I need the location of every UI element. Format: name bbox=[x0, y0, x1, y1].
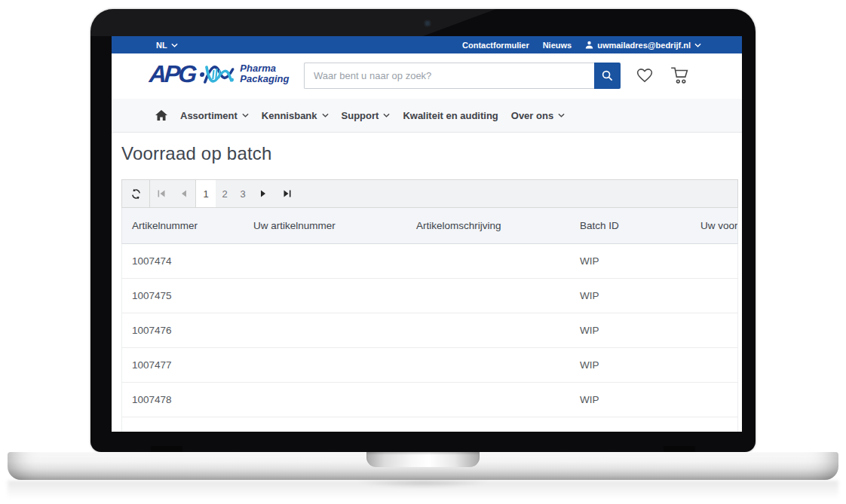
table-row[interactable]: 1007477 WIP bbox=[121, 348, 738, 383]
search-button[interactable] bbox=[594, 63, 621, 89]
last-page-icon bbox=[283, 189, 292, 198]
previous-page-icon bbox=[179, 189, 189, 198]
pagination-toolbar: 1 2 3 bbox=[121, 179, 738, 208]
wishlist-button[interactable] bbox=[635, 66, 654, 87]
next-page-button[interactable] bbox=[252, 180, 274, 207]
chevron-down-icon bbox=[558, 113, 565, 118]
table-row[interactable]: 1007476 WIP bbox=[121, 313, 738, 348]
cell-batch-id: WIP bbox=[570, 255, 691, 267]
bezel-reflection bbox=[90, 9, 756, 36]
heart-icon bbox=[635, 66, 654, 84]
search-input[interactable] bbox=[304, 63, 594, 89]
topbar-links: Contactformulier Nieuws uwmailadres@bedr… bbox=[462, 41, 701, 50]
cell-batch-id: WIP bbox=[570, 325, 691, 336]
previous-page-button[interactable] bbox=[173, 180, 195, 207]
brand-tagline-bottom: Packaging bbox=[240, 74, 289, 84]
chevron-down-icon bbox=[383, 113, 390, 118]
site-header: APG Pharma Packaging bbox=[112, 53, 742, 99]
user-icon bbox=[585, 41, 593, 49]
chevron-down-icon bbox=[322, 113, 329, 118]
refresh-button[interactable] bbox=[122, 180, 149, 207]
page-button-2[interactable]: 2 bbox=[216, 180, 234, 207]
nav-item-assortiment[interactable]: Assortiment bbox=[180, 110, 249, 121]
table-row-partial bbox=[121, 417, 738, 432]
home-icon bbox=[155, 110, 167, 121]
search-box bbox=[304, 63, 621, 89]
nav-label: Assortiment bbox=[180, 110, 238, 121]
table-row[interactable]: 1007475 WIP bbox=[121, 279, 738, 313]
chevron-down-icon bbox=[694, 43, 701, 47]
laptop-reflection bbox=[8, 481, 838, 503]
dna-helix-icon bbox=[199, 61, 237, 87]
page-button-3[interactable]: 3 bbox=[234, 180, 252, 207]
page-title: Voorraad op batch bbox=[121, 143, 272, 164]
cell-batch-id: WIP bbox=[570, 290, 691, 301]
cell-batch-id: WIP bbox=[570, 359, 691, 371]
main-nav: Assortiment Kennisbank Support Kwaliteit… bbox=[112, 99, 742, 133]
chevron-down-icon bbox=[171, 43, 178, 47]
language-selector[interactable]: NL bbox=[156, 41, 178, 50]
column-header[interactable]: Artikelnummer bbox=[122, 220, 244, 231]
brand-tagline-top: Pharma bbox=[240, 63, 289, 74]
account-menu[interactable]: uwmailadres@bedrijf.nl bbox=[585, 41, 701, 50]
table-row[interactable]: 1007478 WIP bbox=[121, 383, 738, 417]
webcam-dot bbox=[425, 20, 431, 26]
column-header[interactable]: Artikelomschrijving bbox=[406, 220, 570, 231]
nav-label: Kennisbank bbox=[262, 110, 317, 121]
cart-icon bbox=[670, 66, 691, 85]
last-page-button[interactable] bbox=[274, 180, 300, 207]
nav-item-kwaliteit[interactable]: Kwaliteit en auditing bbox=[403, 110, 498, 121]
laptop-screen-bezel: NL Contactformulier Nieuws uwmailadres@b… bbox=[90, 9, 756, 452]
contact-link[interactable]: Contactformulier bbox=[462, 41, 529, 50]
nav-home[interactable] bbox=[155, 110, 167, 121]
page-button-1[interactable]: 1 bbox=[196, 180, 216, 207]
browser-viewport: NL Contactformulier Nieuws uwmailadres@b… bbox=[112, 36, 742, 432]
column-header[interactable]: Batch ID bbox=[570, 220, 691, 231]
cell-batch-id: WIP bbox=[570, 394, 691, 405]
news-link[interactable]: Nieuws bbox=[543, 41, 572, 50]
first-page-icon bbox=[157, 189, 166, 198]
refresh-icon bbox=[130, 188, 142, 200]
cell-artikelnummer: 1007474 bbox=[122, 255, 244, 267]
brand-wordmark: APG bbox=[149, 62, 196, 86]
utility-topbar: NL Contactformulier Nieuws uwmailadres@b… bbox=[112, 36, 742, 53]
column-header[interactable]: Uw voorraad bbox=[691, 220, 737, 231]
cell-artikelnummer: 1007478 bbox=[122, 394, 244, 405]
laptop-base bbox=[8, 452, 838, 480]
nav-item-over-ons[interactable]: Over ons bbox=[511, 110, 565, 121]
language-label: NL bbox=[156, 41, 167, 50]
chevron-down-icon bbox=[242, 113, 249, 118]
column-header[interactable]: Uw artikelnummer bbox=[244, 220, 406, 231]
cell-artikelnummer: 1007476 bbox=[122, 325, 244, 336]
brand-tagline: Pharma Packaging bbox=[240, 63, 289, 85]
cell-artikelnummer: 1007475 bbox=[122, 290, 244, 301]
nav-label: Kwaliteit en auditing bbox=[403, 110, 498, 121]
cell-artikelnummer: 1007477 bbox=[122, 359, 244, 371]
laptop-base-notch bbox=[366, 452, 480, 467]
table-header-row: Artikelnummer Uw artikelnummer Artikelom… bbox=[121, 208, 738, 244]
table-row[interactable]: 1007474 WIP bbox=[121, 244, 738, 279]
nav-label: Support bbox=[342, 110, 379, 121]
search-icon bbox=[601, 69, 614, 82]
stock-table: 1 2 3 Artikelnummer Uw artikelnummer Art… bbox=[121, 179, 738, 432]
nav-label: Over ons bbox=[511, 110, 553, 121]
brand-logo[interactable]: APG Pharma Packaging bbox=[149, 61, 289, 87]
nav-item-kennisbank[interactable]: Kennisbank bbox=[262, 110, 329, 121]
nav-item-support[interactable]: Support bbox=[342, 110, 391, 121]
account-email: uwmailadres@bedrijf.nl bbox=[597, 41, 691, 50]
next-page-icon bbox=[259, 189, 268, 198]
cart-button[interactable] bbox=[670, 66, 691, 88]
laptop-mockup: NL Contactformulier Nieuws uwmailadres@b… bbox=[0, 0, 846, 504]
first-page-button[interactable] bbox=[150, 180, 173, 207]
